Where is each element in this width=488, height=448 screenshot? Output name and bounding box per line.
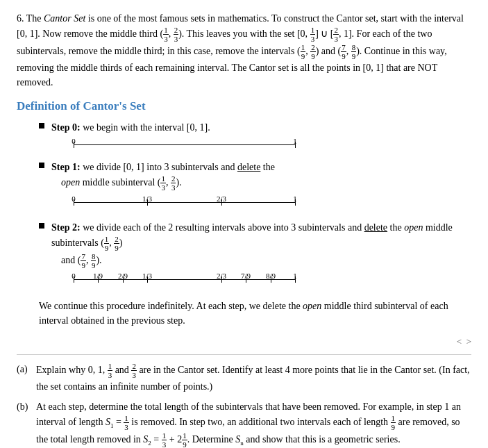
frac-2-3-a: 23 bbox=[174, 26, 179, 43]
step-2-delete: delete bbox=[364, 222, 387, 233]
nl1-line bbox=[74, 202, 296, 203]
nl2-label-1: 1 bbox=[293, 272, 297, 280]
step-1-open: open bbox=[61, 177, 80, 188]
frac-b-s2-1-9: 19 bbox=[182, 431, 187, 448]
cantor-set-title: Cantor Set bbox=[44, 13, 85, 24]
nl2-label-19: 1/9 bbox=[93, 272, 103, 280]
nl1-label-13: 1/3 bbox=[142, 194, 152, 203]
nl2-label-23: 2/3 bbox=[217, 272, 226, 280]
step-0-desc: we begin with the interval [0, 1]. bbox=[83, 122, 210, 133]
problem-6-container: 6. The Cantor Set is one of the most fam… bbox=[17, 11, 471, 448]
step-2-block: Step 2: we divide each of the 2 resultin… bbox=[39, 220, 471, 292]
nav-prev[interactable]: < bbox=[457, 336, 462, 347]
number-line-2: 0 1/9 2/9 1/3 2/3 7/9 8/9 1 bbox=[74, 272, 296, 292]
step-1-line: Step 1: we divide [0, 1] into 3 subinter… bbox=[39, 160, 471, 192]
nl2-label-89: 8/9 bbox=[266, 272, 276, 280]
frac-2-3-b: 23 bbox=[333, 26, 339, 43]
frac-b-1-9: 19 bbox=[391, 414, 396, 431]
nl0-label-0: 0 bbox=[71, 137, 76, 145]
step-0-text: Step 0: we begin with the interval [0, 1… bbox=[51, 120, 210, 135]
frac-b-s2-1-3: 13 bbox=[162, 431, 167, 448]
part-b: (b) At each step, determine the total le… bbox=[17, 399, 471, 448]
frac-s2-2-9: 29 bbox=[114, 235, 119, 252]
section-divider bbox=[17, 354, 471, 355]
nl1-label-1: 1 bbox=[293, 194, 297, 203]
frac-7-9: 79 bbox=[341, 43, 346, 60]
parts-section: (a) Explain why 0, 1, 13 and 23 are in t… bbox=[17, 362, 471, 448]
nl2-line bbox=[74, 279, 296, 280]
nav-next[interactable]: > bbox=[466, 336, 471, 347]
step-0-line: Step 0: we begin with the interval [0, 1… bbox=[39, 120, 471, 135]
frac-2-9-a: 29 bbox=[310, 43, 316, 60]
step-2-label: Step 2: bbox=[51, 222, 81, 233]
frac-b-1-3: 13 bbox=[124, 414, 129, 431]
step-2-text: Step 2: we divide each of the 2 resultin… bbox=[51, 220, 471, 269]
nl2-label-0: 0 bbox=[71, 272, 76, 280]
frac-a-1-3: 13 bbox=[108, 362, 113, 379]
part-a-label: (a) bbox=[17, 362, 36, 376]
part-a-text: Explain why 0, 1, 13 and 23 are in the C… bbox=[36, 362, 471, 394]
frac-s1-1-3: 13 bbox=[160, 174, 166, 192]
step-2-bullet bbox=[39, 223, 44, 229]
step-0-bullet bbox=[39, 123, 44, 128]
frac-1-3: 13 bbox=[163, 26, 169, 43]
step-0-label: Step 0: bbox=[51, 122, 81, 133]
step-2-open: open bbox=[404, 222, 423, 233]
nl1-label-23: 2/3 bbox=[217, 194, 226, 203]
step-1-text: Step 1: we divide [0, 1] into 3 subinter… bbox=[51, 160, 275, 192]
step-1-block: Step 1: we divide [0, 1] into 3 subinter… bbox=[39, 160, 471, 213]
number-line-1: 0 1/3 2/3 1 bbox=[74, 195, 296, 213]
part-b-label: (b) bbox=[17, 399, 36, 414]
frac-a-2-3: 23 bbox=[131, 362, 137, 379]
step-2-line: Step 2: we divide each of the 2 resultin… bbox=[39, 220, 471, 269]
nl2-label-29: 2/9 bbox=[118, 272, 128, 280]
nl0-line bbox=[74, 144, 296, 145]
nl0-label-1: 1 bbox=[293, 137, 297, 145]
part-a: (a) Explain why 0, 1, 13 and 23 are in t… bbox=[17, 362, 471, 394]
frac-1-9: 19 bbox=[301, 43, 306, 60]
nl2-label-13: 1/3 bbox=[142, 272, 152, 280]
open-italic: open bbox=[303, 301, 321, 311]
step-1-delete: delete bbox=[237, 162, 260, 172]
nl2-label-79: 7/9 bbox=[241, 272, 251, 280]
step-1-label: Step 1: bbox=[51, 162, 81, 172]
frac-s2-7-9: 79 bbox=[81, 252, 86, 269]
number-line-0: 0 1 bbox=[74, 138, 296, 153]
frac-1-3-b: 13 bbox=[310, 26, 316, 43]
continue-paragraph: We continue this procedure indefinitely.… bbox=[39, 299, 471, 328]
definition-title: Definition of Cantor's Set bbox=[17, 99, 471, 113]
cantor-intro: The bbox=[26, 13, 44, 24]
item-number: 6. bbox=[17, 13, 26, 24]
step-0-block: Step 0: we begin with the interval [0, 1… bbox=[39, 120, 471, 153]
step-1-bullet bbox=[39, 163, 44, 168]
intro-paragraph: 6. The Cantor Set is one of the most fam… bbox=[17, 11, 471, 90]
part-b-text: At each step, determine the total length… bbox=[36, 399, 471, 448]
nav-dots[interactable]: < > bbox=[17, 336, 471, 347]
nl1-label-0: 0 bbox=[71, 194, 76, 203]
